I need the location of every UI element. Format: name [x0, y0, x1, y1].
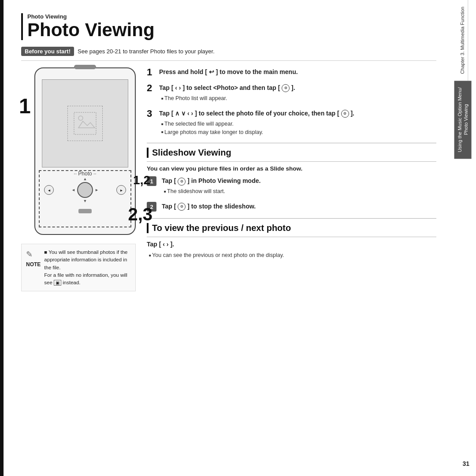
- step-3-bullets: The selected file will appear. Large pho…: [161, 120, 354, 137]
- step-23-label: 2,3: [128, 205, 152, 224]
- bottom-bar-btn: [78, 209, 92, 213]
- step-2-bullets: The Photo list will appear.: [161, 94, 295, 103]
- dashed-control-box: 1,2 2,3 ◂ ▲ ◄: [39, 170, 131, 227]
- main-content: Photo Viewing Photo Viewing Before you s…: [4, 0, 450, 476]
- step-2-bold: Tap [ ‹ › ] to select <Photo> and then t…: [159, 84, 295, 91]
- slideshow-step-1-bullets: The slideshow will start.: [164, 187, 260, 196]
- slideshow-step-2-text: Tap [ ⊙ ] to stop the slideshow.: [162, 202, 256, 211]
- slideshow-step-1-row: 1 Tap [ ⊙ ] in Photo Viewing mode. The s…: [147, 176, 436, 196]
- device-top-btn: [74, 65, 96, 69]
- step-1-text: Press and hold [ ↩ ] to move to the main…: [159, 67, 298, 77]
- down-arrow: ▼: [83, 199, 87, 203]
- note-line-1: ■ You will see thumbnail photos if the a…: [44, 249, 127, 270]
- content-row: 1 ▪▪: [21, 67, 436, 291]
- slideshow-step-1-bold: Tap [ ⊙ ] in Photo Viewing mode.: [162, 177, 260, 184]
- step-3-bullet-2: Large photos may take longer to display.: [161, 128, 354, 137]
- header-section: Photo Viewing Photo Viewing: [21, 13, 436, 40]
- before-start-row: Before you start! See pages 20-21 to tra…: [21, 47, 436, 61]
- left-border: [0, 0, 4, 476]
- next-prev-hr: [147, 237, 436, 237]
- up-arrow: ▲: [83, 177, 87, 181]
- next-prev-title: To view the previous / next photo: [147, 223, 436, 233]
- step-1-number: 1: [147, 67, 156, 77]
- page-container: Photo Viewing Photo Viewing Before you s…: [0, 0, 476, 476]
- mid-controls: ◄ ►: [71, 182, 99, 198]
- step-3-bullet-1: The selected file will appear.: [161, 120, 354, 128]
- step-12-label: 1,2: [133, 173, 150, 187]
- file-icon: ▣: [54, 280, 61, 286]
- right-sidebar: Chapter 3. Multimedia Function Using the…: [450, 0, 476, 476]
- step-3-bold: Tap [ ∧ ∨ ‹ › ] to select the photo file…: [159, 110, 354, 117]
- note-section: ✎ NOTE ■ You will see thumbnail photos i…: [21, 244, 136, 291]
- center-btn[interactable]: [77, 182, 93, 198]
- device-screen-inner: [67, 106, 103, 141]
- center-controls: ▲ ◄ ► ▼: [71, 177, 99, 203]
- slideshow-hr: [147, 161, 436, 162]
- step-2-text: Tap [ ‹ › ] to select <Photo> and then t…: [159, 83, 295, 103]
- step-1-label: 1: [19, 94, 31, 118]
- note-icon-wrap: ✎ NOTE: [26, 249, 41, 286]
- instructions-section: 1 Press and hold [ ↩ ] to move to the ma…: [147, 67, 436, 291]
- step-1-bold: Press and hold [ ↩ ] to move to the main…: [159, 68, 298, 75]
- slideshow-step-1-bullet-1: The slideshow will start.: [164, 187, 260, 196]
- note-label: NOTE: [26, 261, 41, 268]
- ok-btn-icon-4: ⊙: [178, 203, 186, 211]
- controls-row-top: ◂ ▲ ◄ ► ▼ ▸: [40, 173, 130, 207]
- bottom-btn-row: [40, 209, 130, 213]
- device-section: 1 ▪▪: [21, 67, 136, 291]
- slideshow-intro: You can view you picture files in order …: [147, 165, 436, 172]
- ok-btn-icon-1: ⊙: [282, 84, 290, 92]
- step-3-text: Tap [ ∧ ∨ ‹ › ] to select the photo file…: [159, 109, 354, 137]
- note-pencil-icon: ✎: [26, 250, 33, 259]
- left-btn: ◂: [44, 185, 54, 195]
- slideshow-step-2-bold: Tap [ ⊙ ] to stop the slideshow.: [162, 203, 256, 210]
- ok-btn-icon-3: ⊙: [178, 178, 186, 186]
- step-3-number: 3: [147, 109, 156, 119]
- slideshow-divider: [147, 143, 436, 143]
- page-number: 31: [462, 460, 469, 467]
- right-arrow: ►: [95, 188, 99, 192]
- note-line-2: For a file with no information, you will…: [44, 272, 127, 285]
- tap-instruction: Tap [ ‹ › ].: [147, 241, 436, 248]
- step-2-bullet-1: The Photo list will appear.: [161, 94, 295, 103]
- section-label: Photo Viewing: [27, 13, 436, 20]
- device-image: ▪▪ ·· Photo ·: [34, 67, 136, 235]
- photo-thumbnail-icon: [72, 110, 98, 137]
- right-btn: ▸: [116, 185, 126, 195]
- before-start-badge: Before you start!: [21, 47, 74, 56]
- step-1-row: 1 Press and hold [ ↩ ] to move to the ma…: [147, 67, 436, 77]
- step-2-row: 2 Tap [ ‹ › ] to select <Photo> and then…: [147, 83, 436, 103]
- note-text: ■ You will see thumbnail photos if the a…: [44, 249, 131, 286]
- next-prev-bullet-1: You can see the previous or next photo o…: [149, 251, 436, 260]
- sidebar-section-label: Using the Music Option Menu/Photo Viewin…: [454, 81, 472, 159]
- before-start-text: See pages 20-21 to transfer Photo files …: [78, 48, 215, 55]
- slideshow-step-1-text: Tap [ ⊙ ] in Photo Viewing mode. The sli…: [162, 176, 260, 196]
- device-screen: [42, 79, 128, 167]
- next-prev-divider: [147, 218, 436, 219]
- step-2-number: 2: [147, 83, 156, 93]
- svg-point-1: [78, 116, 83, 120]
- slideshow-step-2-row: 2 Tap [ ⊙ ] to stop the slideshow.: [147, 202, 436, 212]
- sidebar-chapter-label: Chapter 3. Multimedia Function: [457, 0, 468, 81]
- slideshow-title: Slideshow Viewing: [147, 148, 436, 158]
- page-title: Photo Viewing: [27, 20, 436, 40]
- ok-btn-icon-2: ⊙: [341, 110, 349, 118]
- step-3-row: 3 Tap [ ∧ ∨ ‹ › ] to select the photo fi…: [147, 109, 436, 137]
- next-prev-bullets: You can see the previous or next photo o…: [149, 251, 436, 260]
- left-arrow: ◄: [71, 188, 75, 192]
